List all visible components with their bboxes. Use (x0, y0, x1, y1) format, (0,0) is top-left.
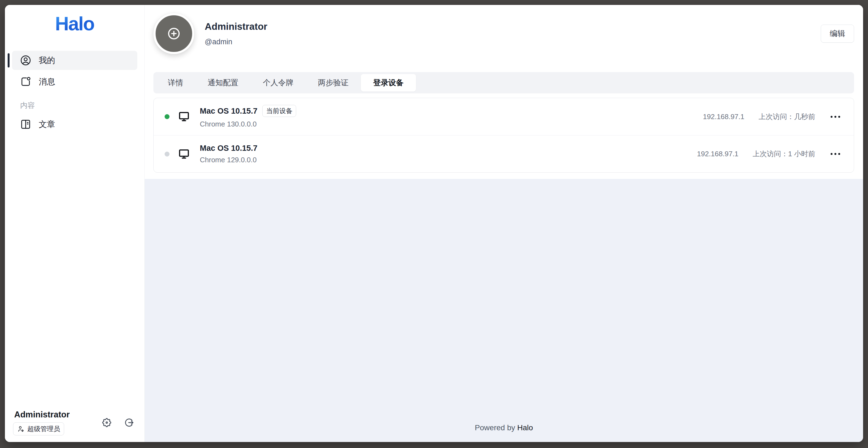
device-title-row: Mac OS 10.15.7 (200, 144, 257, 153)
powered-by-footer: Powered by Halo (475, 423, 533, 432)
settings-gear-icon[interactable] (101, 417, 113, 428)
logout-icon[interactable] (123, 417, 135, 428)
circle-plus-icon (166, 26, 182, 41)
sidebar-nav-content: 文章 (5, 115, 145, 134)
device-info: Mac OS 10.15.7 当前设备 Chrome 130.0.0.0 (200, 105, 296, 128)
logo-container: Halo (5, 14, 145, 33)
sidebar-item-messages[interactable]: 消息 (12, 72, 137, 91)
account-block: Administrator 超级管理员 (13, 410, 70, 436)
avatar[interactable] (153, 13, 194, 54)
tab-notification-settings[interactable]: 通知配置 (195, 74, 251, 91)
monitor-icon (178, 148, 190, 160)
sidebar-item-label: 我的 (39, 55, 55, 66)
user-gear-icon (17, 425, 25, 433)
profile-display-name: Administrator (205, 21, 267, 32)
profile-handle: @admin (205, 38, 267, 46)
device-browser: Chrome 130.0.0.0 (200, 120, 296, 128)
footer-actions (101, 417, 135, 428)
device-actions-button[interactable] (830, 150, 841, 158)
status-offline-dot (164, 152, 169, 156)
article-icon (20, 118, 32, 130)
device-info: Mac OS 10.15.7 Chrome 129.0.0.0 (200, 144, 257, 164)
device-ip: 192.168.97.1 (703, 113, 744, 121)
device-actions-button[interactable] (830, 113, 841, 120)
monitor-icon (178, 110, 190, 123)
current-device-badge: 当前设备 (262, 105, 296, 117)
device-row: Mac OS 10.15.7 Chrome 129.0.0.0 192.168.… (154, 135, 854, 172)
device-meta: 192.168.97.1 上次访问：1 小时前 (697, 149, 841, 159)
role-badge-label: 超级管理员 (27, 424, 60, 433)
sidebar-section-content: 内容 (20, 100, 145, 110)
sidebar-item-label: 消息 (39, 76, 55, 87)
main-content: Administrator @admin 编辑 详情 通知配置 个人令牌 两步验… (145, 5, 863, 442)
device-ip: 192.168.97.1 (697, 150, 739, 158)
powered-by-text: Powered by (475, 423, 517, 432)
sidebar-item-articles[interactable]: 文章 (12, 115, 137, 134)
profile-header-section: Administrator @admin 编辑 详情 通知配置 个人令牌 两步验… (145, 5, 863, 179)
device-list: Mac OS 10.15.7 当前设备 Chrome 130.0.0.0 192… (153, 98, 854, 173)
device-last-access: 上次访问：几秒前 (758, 112, 815, 122)
sidebar-nav: 我的 消息 (5, 51, 145, 91)
role-badge: 超级管理员 (13, 422, 64, 436)
message-icon (20, 76, 32, 88)
device-row: Mac OS 10.15.7 当前设备 Chrome 130.0.0.0 192… (154, 98, 854, 135)
sidebar-item-label: 文章 (39, 119, 55, 130)
device-last-access: 上次访问：1 小时前 (752, 149, 815, 159)
device-browser: Chrome 129.0.0.0 (200, 156, 257, 164)
app-window: Halo 我的 消息 内容 文章 (5, 5, 863, 442)
profile-row: Administrator @admin 编辑 (153, 13, 854, 54)
device-title-row: Mac OS 10.15.7 当前设备 (200, 105, 296, 117)
edit-button[interactable]: 编辑 (821, 25, 854, 42)
account-username: Administrator (13, 410, 70, 420)
profile-tabs: 详情 通知配置 个人令牌 两步验证 登录设备 (153, 72, 854, 93)
sidebar-footer: Administrator 超级管理员 (5, 410, 145, 442)
status-online-dot (164, 114, 169, 119)
halo-logo: Halo (55, 14, 94, 33)
halo-brand-link[interactable]: Halo (517, 423, 533, 432)
user-circle-icon (20, 54, 32, 66)
sidebar: Halo 我的 消息 内容 文章 (5, 5, 145, 442)
tab-personal-tokens[interactable]: 个人令牌 (251, 74, 306, 91)
tab-two-factor[interactable]: 两步验证 (306, 74, 361, 91)
tab-login-devices[interactable]: 登录设备 (361, 74, 416, 91)
sidebar-item-profile[interactable]: 我的 (12, 51, 137, 70)
device-os: Mac OS 10.15.7 (200, 107, 257, 116)
tab-details[interactable]: 详情 (156, 74, 195, 91)
device-meta: 192.168.97.1 上次访问：几秒前 (703, 112, 841, 122)
profile-text: Administrator @admin (205, 21, 267, 46)
device-os: Mac OS 10.15.7 (200, 144, 257, 153)
